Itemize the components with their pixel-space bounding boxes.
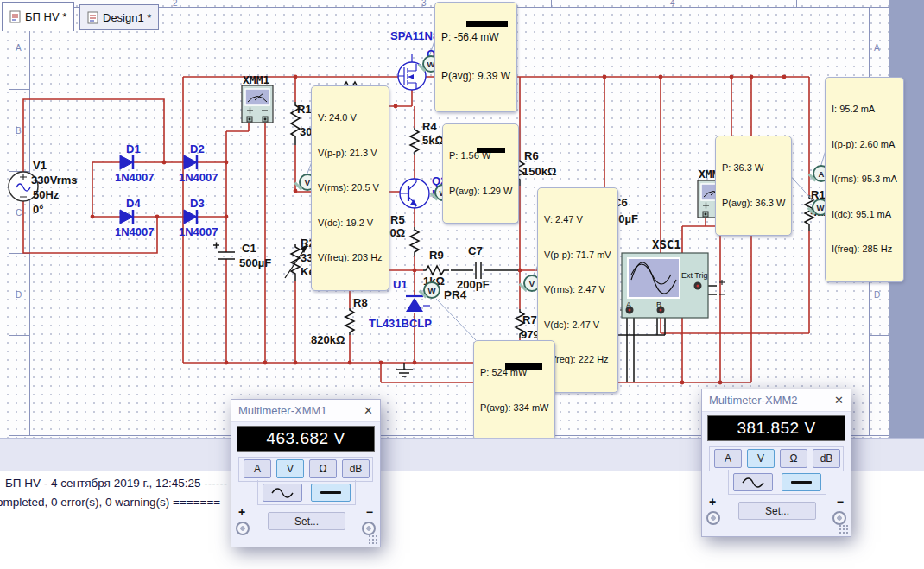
resistor-r5 xyxy=(410,227,419,256)
label-d2-ref[interactable]: D2 xyxy=(190,143,205,155)
multimeter-xmm2-dialog: Multimeter-XMM2 ✕ 381.852 V A V Ω dB + −… xyxy=(701,389,851,537)
probe-letter: V xyxy=(305,178,310,187)
minus-terminal[interactable] xyxy=(362,522,376,535)
label-channel-a: A xyxy=(626,299,631,311)
label-r4-ref[interactable]: R4 xyxy=(422,121,437,133)
diodes xyxy=(120,155,197,224)
set-button[interactable]: Set... xyxy=(268,512,345,530)
tooltip-line: P(avg): 334 mW xyxy=(480,402,548,414)
plus-terminal[interactable] xyxy=(706,511,720,525)
label-channel-b: B xyxy=(656,299,661,311)
label-c7-ref[interactable]: C7 xyxy=(468,245,483,257)
label-r8-ref[interactable]: R8 xyxy=(353,297,368,309)
bjt-q2 xyxy=(400,179,429,208)
label-v1-freq: 50Hz xyxy=(33,189,59,201)
label-d4-part: 1N4007 xyxy=(115,226,155,238)
label-r4-value: 5kΩ xyxy=(422,135,444,147)
ohmmeter-mode-button[interactable]: Ω xyxy=(309,459,337,478)
resize-grip[interactable] xyxy=(839,524,849,534)
mosfet-q1 xyxy=(398,54,426,90)
dialog-title-bar[interactable]: Multimeter-XMM1 ✕ xyxy=(231,400,380,422)
dialog-title: Multimeter-XMM2 xyxy=(709,394,798,407)
tooltip-line: P: -56.4 mW xyxy=(441,31,510,44)
minus-terminal[interactable] xyxy=(832,511,846,525)
label-c1-value: 500µF xyxy=(239,257,271,269)
voltmeter-mode-button[interactable]: V xyxy=(276,459,304,478)
tooltip-line: I: 95.2 mA xyxy=(832,104,897,116)
tab-label: БП HV * xyxy=(25,10,66,23)
dc-line-icon xyxy=(320,491,341,494)
capacitor-c1 xyxy=(213,243,235,260)
tooltip-line: V(dc): 2.47 V xyxy=(544,319,611,332)
ohmmeter-mode-button[interactable]: Ω xyxy=(780,449,807,468)
tab-bp-hv[interactable]: БП HV * xyxy=(2,2,74,31)
label-v1-voltage: 330Vrms xyxy=(31,174,78,187)
close-icon[interactable]: ✕ xyxy=(834,394,844,407)
label-r6-value: 150kΩ xyxy=(522,166,556,178)
tooltip-line: V(dc): 19.2 V xyxy=(318,218,383,230)
tooltip-line: I(dc): 95.1 mA xyxy=(832,209,897,221)
voltmeter-mode-button[interactable]: V xyxy=(747,449,775,468)
label-probe-pr4[interactable]: PR4 xyxy=(444,289,466,301)
power-probe-pr4-icon[interactable]: W xyxy=(423,281,440,299)
ac-mode-button[interactable] xyxy=(733,473,773,491)
capacitor-c7 xyxy=(451,262,518,279)
label-u1-part: TL431BCLP xyxy=(369,318,432,330)
tooltip-line: V(p-p): 71.7 mV xyxy=(544,250,611,262)
ammeter-mode-button[interactable]: A xyxy=(244,459,271,478)
tab-label: Design1 * xyxy=(103,11,151,24)
probe-letter: W xyxy=(428,286,436,295)
schematic-doc-icon xyxy=(87,11,99,24)
dialog-title-bar[interactable]: Multimeter-XMM2 ✕ xyxy=(702,389,851,412)
resize-grip[interactable] xyxy=(368,534,378,545)
label-u1-ref[interactable]: U1 xyxy=(393,279,408,291)
dc-line-icon xyxy=(791,481,812,484)
tooltip-pr1-current: I: 95.2 mA I(p-p): 2.60 mA I(rms): 95.3 … xyxy=(825,77,904,282)
label-r5-ref[interactable]: R5 xyxy=(390,214,405,226)
resistor-r4 xyxy=(410,128,419,155)
close-icon[interactable]: ✕ xyxy=(364,404,373,417)
results-line-2: ompleted, 0 error(s), 0 warning(s) =====… xyxy=(0,496,220,509)
resistor-r9 xyxy=(423,266,449,275)
label-r9-ref[interactable]: R9 xyxy=(429,250,444,262)
tooltip-pr4-power: P: 524 mW P(avg): 334 mW xyxy=(473,340,555,440)
label-r8-value: 820kΩ xyxy=(311,334,345,346)
multimeter-icon-xmm1 xyxy=(242,85,273,123)
multimeter-xmm1-dialog: Multimeter-XMM1 ✕ 463.682 V A V Ω dB + −… xyxy=(231,399,381,547)
tooltip-line: V(freq): 203 Hz xyxy=(318,252,383,264)
dc-mode-button[interactable] xyxy=(782,473,821,491)
multimeter-display: 463.682 V xyxy=(237,426,375,452)
minus-terminal-label: − xyxy=(837,495,844,509)
diode-d1 xyxy=(120,155,133,169)
tooltip-line: I(rms): 95.3 mA xyxy=(832,174,897,186)
db-mode-button[interactable]: dB xyxy=(813,449,840,468)
tooltip-line: P(avg): 1.29 W xyxy=(449,186,512,198)
multimeter-display: 381.852 V xyxy=(707,415,845,441)
ammeter-mode-button[interactable]: A xyxy=(714,449,742,468)
label-r7-ref[interactable]: R7 xyxy=(522,314,537,326)
ac-mode-button[interactable] xyxy=(263,484,302,502)
label-r1-ref[interactable]: R1 xyxy=(297,104,312,116)
label-r6-ref[interactable]: R6 xyxy=(524,150,539,162)
tab-design1[interactable]: Design1 * xyxy=(79,4,159,30)
label-d1-ref[interactable]: D1 xyxy=(126,143,141,155)
label-xsc1[interactable]: XSC1 xyxy=(652,238,681,250)
label-c1-ref[interactable]: C1 xyxy=(242,243,256,255)
tooltip-line: V(rms): 20.5 V xyxy=(318,182,383,194)
schematic-doc-icon xyxy=(9,10,22,23)
set-button[interactable]: Set... xyxy=(738,502,816,520)
redaction-bar xyxy=(477,148,505,153)
label-d4-ref[interactable]: D4 xyxy=(126,198,141,210)
label-xmm1[interactable]: XMM1 xyxy=(243,74,269,86)
redaction-bar xyxy=(466,21,508,27)
db-mode-button[interactable]: dB xyxy=(342,459,370,478)
label-d3-ref[interactable]: D3 xyxy=(190,198,205,210)
label-d1-part: 1N4007 xyxy=(115,172,155,184)
dialog-title: Multimeter-XMM1 xyxy=(238,404,327,417)
redaction-bar xyxy=(505,363,542,370)
label-v1-ref[interactable]: V1 xyxy=(33,160,47,172)
label-d2-part: 1N4007 xyxy=(179,172,218,184)
plus-terminal[interactable] xyxy=(236,522,250,535)
tooltip-pr9-power: P: 1.56 W P(avg): 1.29 W xyxy=(442,123,519,224)
dc-mode-button[interactable] xyxy=(311,484,351,502)
